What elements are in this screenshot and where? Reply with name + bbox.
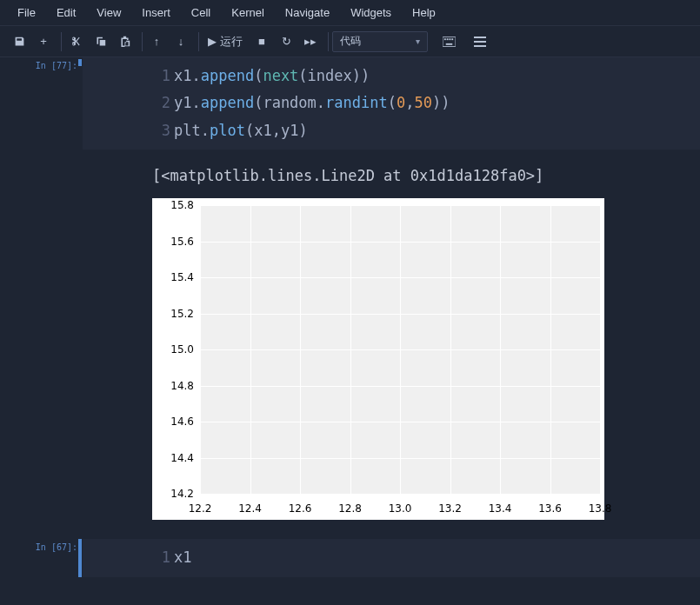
x-tick-label: 13.2 xyxy=(438,502,462,515)
svg-rect-8 xyxy=(474,45,486,47)
svg-rect-6 xyxy=(474,37,486,38)
copy-button[interactable] xyxy=(90,31,110,52)
arrow-down-icon: ↓ xyxy=(178,35,184,48)
paste-icon xyxy=(119,36,130,47)
svg-rect-7 xyxy=(474,41,486,43)
code-line[interactable]: 1x1.append(next(index)) xyxy=(83,63,700,90)
play-icon: ▶ xyxy=(208,35,217,48)
x-tick-label: 12.8 xyxy=(338,502,362,515)
svg-rect-3 xyxy=(449,38,450,40)
restart-run-all-button[interactable]: ▸▸ xyxy=(300,31,321,52)
celltype-selected: 代码 xyxy=(340,34,361,49)
code-cell[interactable]: In [67]: 1x1 xyxy=(0,539,700,576)
code-text[interactable]: x1 xyxy=(174,544,700,571)
celltype-select[interactable]: 代码 ▾ xyxy=(332,31,428,52)
y-tick-label: 14.2 xyxy=(170,488,194,500)
arrow-up-icon: ↑ xyxy=(154,35,160,48)
x-tick-label: 13.8 xyxy=(589,502,612,515)
code-editor[interactable]: 1x1.append(next(index))2y1.append(random… xyxy=(83,57,700,150)
save-button[interactable] xyxy=(9,31,30,52)
code-text[interactable]: y1.append(random.randint(0,50)) xyxy=(174,90,700,116)
x-tick-label: 12.6 xyxy=(289,502,312,515)
save-icon xyxy=(14,36,25,47)
notebook[interactable]: In [77]: 1x1.append(next(index))2y1.appe… xyxy=(0,57,700,605)
keyboard-icon xyxy=(443,37,456,47)
restart-button[interactable]: ↻ xyxy=(276,31,297,52)
code-line[interactable]: 3plt.plot(x1,y1) xyxy=(83,117,700,144)
restart-icon: ↻ xyxy=(282,35,291,48)
line-number: 1 xyxy=(83,544,174,571)
x-tick-label: 13.0 xyxy=(389,502,412,515)
code-line[interactable]: 2y1.append(random.randint(0,50)) xyxy=(83,90,700,116)
move-up-button[interactable]: ↑ xyxy=(146,31,167,52)
line-number: 1 xyxy=(83,63,174,90)
run-button[interactable]: ▶ 运行 xyxy=(203,31,248,52)
svg-rect-0 xyxy=(443,37,456,46)
y-tick-label: 15.8 xyxy=(170,199,194,211)
y-tick-label: 14.4 xyxy=(170,452,194,464)
menu-widgets[interactable]: Widgets xyxy=(340,3,402,23)
menu-navigate[interactable]: Navigate xyxy=(275,3,340,23)
y-tick-label: 15.0 xyxy=(170,343,194,356)
move-down-button[interactable]: ↓ xyxy=(170,31,191,52)
menu-bar: File Edit View Insert Cell Kernel Naviga… xyxy=(0,0,700,26)
svg-rect-1 xyxy=(443,38,445,40)
stop-icon: ■ xyxy=(258,35,265,48)
x-tick-label: 12.4 xyxy=(238,502,262,515)
output-text: [<matplotlib.lines.Line2D at 0x1d1da128f… xyxy=(83,153,700,198)
output-cell: [<matplotlib.lines.Line2D at 0x1d1da128f… xyxy=(0,153,700,520)
matplotlib-plot: 14.214.414.614.815.015.215.415.615.8 12.… xyxy=(152,198,604,520)
fast-forward-icon: ▸▸ xyxy=(304,35,317,48)
interrupt-button[interactable]: ■ xyxy=(251,31,272,52)
y-tick-label: 15.6 xyxy=(170,236,194,248)
svg-rect-5 xyxy=(445,43,452,44)
paste-button[interactable] xyxy=(114,31,135,52)
list-icon xyxy=(474,37,486,47)
menu-edit[interactable]: Edit xyxy=(46,3,86,23)
code-cell[interactable]: In [77]: 1x1.append(next(index))2y1.appe… xyxy=(0,57,700,150)
menu-cell[interactable]: Cell xyxy=(181,3,221,23)
cell-active-marker xyxy=(78,59,82,66)
menu-help[interactable]: Help xyxy=(402,3,446,23)
code-text[interactable]: x1.append(next(index)) xyxy=(174,63,700,90)
x-tick-label: 12.2 xyxy=(189,502,212,515)
run-label: 运行 xyxy=(220,34,243,50)
code-line[interactable]: 1x1 xyxy=(83,544,700,571)
y-tick-label: 14.6 xyxy=(170,416,194,428)
output-prompt xyxy=(0,153,83,520)
line-number: 3 xyxy=(83,117,174,144)
menu-kernel[interactable]: Kernel xyxy=(221,3,275,23)
cell-active-marker xyxy=(78,539,82,576)
input-prompt: In [67]: xyxy=(0,539,83,576)
y-tick-label: 15.2 xyxy=(170,308,194,320)
line-number: 2 xyxy=(83,90,174,116)
code-editor[interactable]: 1x1 xyxy=(83,539,700,576)
menu-view[interactable]: View xyxy=(86,3,131,23)
plus-icon: + xyxy=(40,35,47,48)
list-button[interactable] xyxy=(470,31,490,52)
x-tick-label: 13.6 xyxy=(538,502,562,515)
svg-rect-4 xyxy=(451,38,453,40)
add-cell-button[interactable]: + xyxy=(33,31,54,52)
y-tick-label: 14.8 xyxy=(170,380,194,392)
copy-icon xyxy=(95,36,106,47)
svg-rect-2 xyxy=(446,38,448,40)
command-palette-button[interactable] xyxy=(438,31,459,52)
scissors-icon xyxy=(70,36,82,47)
y-tick-label: 15.4 xyxy=(170,271,194,283)
input-prompt: In [77]: xyxy=(0,57,83,150)
code-text[interactable]: plt.plot(x1,y1) xyxy=(174,117,700,144)
menu-insert[interactable]: Insert xyxy=(131,3,181,23)
menu-file[interactable]: File xyxy=(7,3,46,23)
x-tick-label: 13.4 xyxy=(489,502,512,515)
chevron-down-icon: ▾ xyxy=(416,37,420,46)
toolbar: + ↑ ↓ ▶ 运行 ■ ↻ ▸▸ xyxy=(0,26,700,57)
cut-button[interactable] xyxy=(65,31,86,52)
